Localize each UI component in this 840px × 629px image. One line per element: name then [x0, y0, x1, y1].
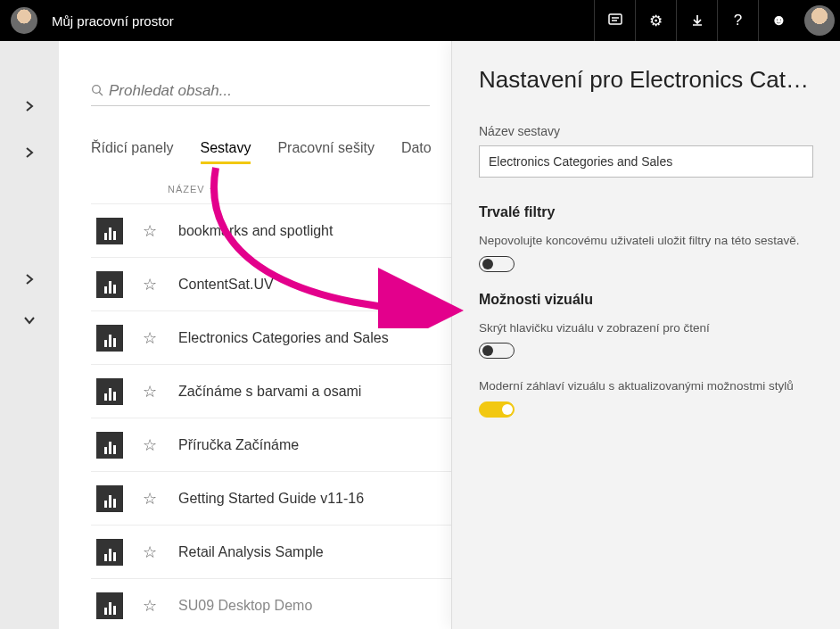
filters-description: Nepovolujte koncovému uživateli uložit f…	[479, 233, 813, 249]
report-icon	[96, 218, 123, 244]
workspace-title: Můj pracovní prostor	[52, 13, 174, 29]
tab-reports[interactable]: Sestavy	[201, 140, 251, 164]
help-icon[interactable]: ?	[717, 0, 758, 41]
report-name: ContentSat.UV	[178, 277, 274, 293]
nav-rail	[0, 41, 59, 629]
favorite-star-icon[interactable]: ☆	[143, 435, 157, 455]
visual-desc-hide-header: Skrýt hlavičku vizuálu v zobrazení pro č…	[479, 320, 813, 336]
favorite-star-icon[interactable]: ☆	[143, 328, 157, 348]
favorite-star-icon[interactable]: ☆	[143, 542, 157, 562]
report-name: Getting Started Guide v11-16	[178, 491, 364, 507]
report-name: Příručka Začínáme	[178, 437, 299, 453]
notifications-icon[interactable]	[594, 0, 635, 41]
report-icon	[96, 432, 123, 459]
report-name: Electronics Categories and Sales	[178, 330, 389, 346]
svg-point-3	[93, 85, 101, 93]
favorite-star-icon[interactable]: ☆	[143, 221, 157, 241]
report-icon	[96, 378, 123, 405]
svg-rect-0	[609, 14, 622, 24]
panel-title: Nastavení pro Electronics Cate...	[479, 66, 813, 94]
toggle-modern-visual-header[interactable]	[479, 401, 515, 418]
tab-workbooks[interactable]: Pracovní sešity	[277, 140, 374, 164]
search-icon	[91, 84, 103, 99]
tab-datasets[interactable]: Dato	[401, 140, 432, 164]
header-icons: ⚙ ? ☻	[594, 0, 799, 41]
report-name: Začínáme s barvami a osami	[178, 384, 361, 400]
favorite-star-icon[interactable]: ☆	[143, 382, 157, 401]
settings-panel: Nastavení pro Electronics Cate... Název …	[451, 41, 840, 629]
tab-dashboards[interactable]: Řídicí panely	[91, 140, 174, 164]
favorite-star-icon[interactable]: ☆	[143, 489, 157, 509]
report-name: SU09 Desktop Demo	[178, 598, 312, 614]
feedback-icon[interactable]: ☻	[758, 0, 799, 41]
toggle-hide-visual-header[interactable]	[479, 343, 515, 359]
topbar: Můj pracovní prostor ⚙ ? ☻	[0, 0, 840, 41]
report-icon	[96, 271, 123, 298]
section-visual-options: Možnosti vizuálu	[479, 292, 813, 308]
report-name: bookmarks and spotlight	[178, 223, 333, 239]
nav-item-3[interactable]	[21, 271, 37, 287]
nav-item-1[interactable]	[21, 98, 37, 114]
download-icon[interactable]	[676, 0, 717, 41]
report-name: Retail Analysis Sample	[178, 544, 324, 560]
avatar[interactable]	[11, 7, 37, 34]
search-input[interactable]	[109, 82, 430, 100]
favorite-star-icon[interactable]: ☆	[143, 275, 157, 294]
section-persistent-filters: Trvalé filtry	[479, 204, 813, 220]
svg-line-4	[99, 92, 103, 95]
report-name-input[interactable]	[479, 145, 813, 178]
search-box[interactable]	[91, 82, 430, 106]
report-name-label: Název sestavy	[479, 124, 813, 138]
favorite-star-icon[interactable]: ☆	[143, 596, 157, 616]
report-icon	[96, 592, 123, 619]
report-icon	[96, 485, 123, 512]
user-avatar[interactable]	[804, 5, 835, 36]
toggle-persistent-filters[interactable]	[479, 256, 515, 272]
gear-icon[interactable]: ⚙	[635, 0, 676, 41]
report-icon	[96, 325, 123, 352]
nav-item-4-expanded[interactable]	[21, 312, 37, 328]
column-name-label: NÁZEV	[168, 184, 205, 194]
visual-desc-modern-header: Moderní záhlaví vizuálu s aktualizovaným…	[479, 378, 813, 394]
report-icon	[96, 539, 123, 566]
nav-item-2[interactable]	[21, 145, 37, 161]
sort-arrow-icon: ↑	[209, 184, 215, 194]
